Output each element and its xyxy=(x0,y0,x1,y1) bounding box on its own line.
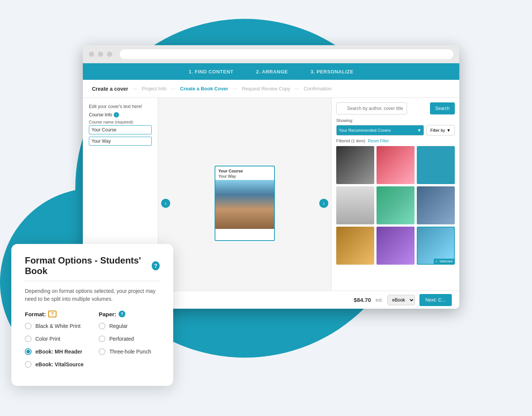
cover-thumb-3[interactable] xyxy=(417,146,455,184)
cover-thumb-2[interactable] xyxy=(377,146,415,184)
paper-option-perforated[interactable]: Perforated xyxy=(99,335,151,342)
breadcrumb-arrow-4: — xyxy=(295,86,299,91)
format-question-icon: ? xyxy=(51,311,53,317)
course-name-label: Course name (required): xyxy=(89,120,152,124)
paper-regular-label: Regular xyxy=(109,323,128,329)
next-button[interactable]: Next: C... xyxy=(419,294,452,306)
paper-threeholepunch-label: Three-hole Punch xyxy=(109,349,151,355)
search-row: 🔍 Search xyxy=(336,102,455,114)
course-info-row: Course Info i xyxy=(89,112,152,117)
browser-dot-green xyxy=(107,52,112,57)
search-wrapper: 🔍 xyxy=(336,102,428,114)
format-dropdown[interactable]: eBook Print xyxy=(387,295,415,305)
cover-thumb-5[interactable] xyxy=(377,186,415,224)
course-subtitle-input[interactable] xyxy=(89,137,152,146)
filter-dropdown-arrow: ▼ xyxy=(447,128,451,133)
browser-dot-red xyxy=(89,52,94,57)
breadcrumb-prefix: Create a cover xyxy=(92,86,128,92)
format-option-bw[interactable]: Black & White Print xyxy=(25,323,84,329)
radio-threeholepunch-outer xyxy=(99,348,105,355)
breadcrumb-bar: Create a cover — Project Info — Create a… xyxy=(83,80,459,98)
format-option-ebook-vs[interactable]: eBook: VitalSource xyxy=(25,361,84,368)
filtered-label: Filtered (1 item) Reset Filter xyxy=(336,139,455,143)
center-panel: ‹ Your Course Your Way › xyxy=(158,98,331,309)
step-nav: 1. FIND CONTENT 2. ARRANGE 3. PERSONALIZ… xyxy=(83,63,459,80)
breadcrumb-arrow-3: — xyxy=(233,86,237,91)
paper-column: Paper: ? Regular Perforated Three-hole P… xyxy=(99,311,151,374)
breadcrumb-confirmation[interactable]: Confirmation xyxy=(304,86,332,91)
format-card-description: Depending on format options selected, yo… xyxy=(25,287,160,303)
est-label: est. xyxy=(375,297,383,303)
breadcrumb-review-copy[interactable]: Request Review Copy xyxy=(242,86,290,91)
step-1[interactable]: 1. FIND CONTENT xyxy=(189,69,233,75)
book-cover-title: Your Course xyxy=(215,166,274,174)
cover-thumb-4[interactable] xyxy=(336,186,374,224)
browser-titlebar xyxy=(83,45,459,63)
format-options-card: Format Options - Students' Book ? Depend… xyxy=(11,244,173,386)
format-icon-box: ? xyxy=(48,311,56,317)
format-section-header: Format: ? xyxy=(25,311,84,317)
radio-regular-outer xyxy=(99,323,105,329)
breadcrumb-arrow-1: — xyxy=(133,86,137,91)
filter-button[interactable]: Filter by ▼ xyxy=(426,125,455,136)
browser-addressbar xyxy=(120,49,453,59)
cover-thumb-8[interactable] xyxy=(377,227,415,265)
format-column: Format: ? Black & White Print Color Prin… xyxy=(25,311,84,374)
cover-thumb-6[interactable] xyxy=(417,186,455,224)
covers-dropdown[interactable]: Your Recommended Covers ▼ xyxy=(336,125,424,136)
covers-dropdown-label: Your Recommended Covers xyxy=(339,128,391,133)
breadcrumb-create-cover[interactable]: Create a Book Cover xyxy=(180,86,228,91)
cover-thumb-7[interactable] xyxy=(336,227,374,265)
radio-ebook-mh-outer xyxy=(25,348,32,355)
filter-row: Your Recommended Covers ▼ Filter by ▼ xyxy=(336,125,455,136)
cover-nav-left[interactable]: ‹ xyxy=(161,199,170,208)
breadcrumb-arrow-2: — xyxy=(171,86,175,91)
format-bw-label: Black & White Print xyxy=(35,323,81,329)
right-panel: 🔍 Search Showing: Your Recommended Cover… xyxy=(331,98,459,309)
breadcrumb-project-info[interactable]: Project Info xyxy=(142,86,167,91)
course-name-input[interactable] xyxy=(89,125,152,134)
format-sections: Format: ? Black & White Print Color Prin… xyxy=(25,311,160,374)
search-button[interactable]: Search xyxy=(430,102,455,114)
format-card-title: Format Options - Students' Book ? xyxy=(25,255,160,276)
showing-label: Showing: xyxy=(336,118,455,123)
format-option-color[interactable]: Color Print xyxy=(25,335,84,342)
paper-perforated-label: Perforated xyxy=(109,336,134,342)
covers-grid: ✓ Selected xyxy=(336,146,455,265)
radio-color-outer xyxy=(25,335,32,342)
covers-dropdown-arrow: ▼ xyxy=(417,128,421,133)
paper-section-header: Paper: ? xyxy=(99,311,151,317)
cover-search-input[interactable] xyxy=(336,102,407,114)
course-info-label: Course Info xyxy=(89,112,112,117)
format-ebook-vs-label: eBook: VitalSource xyxy=(35,361,84,367)
info-icon: i xyxy=(114,112,119,117)
radio-bw-outer xyxy=(25,323,32,329)
book-cover-image xyxy=(215,180,274,229)
browser-dot-yellow xyxy=(98,52,103,57)
step-3[interactable]: 3. PERSONALIZE xyxy=(311,69,354,75)
cover-nav-right[interactable]: › xyxy=(319,199,328,208)
selected-badge: ✓ Selected xyxy=(434,259,454,264)
format-help-icon[interactable]: ? xyxy=(152,261,160,270)
format-card-divider xyxy=(25,281,160,281)
cover-thumb-9[interactable]: ✓ Selected xyxy=(417,227,455,265)
left-panel-title: Edit your cover's text here! xyxy=(89,104,152,109)
format-color-label: Color Print xyxy=(35,336,60,342)
format-ebook-mh-label: eBook: MH Reader xyxy=(35,349,82,355)
format-option-ebook-mh[interactable]: eBook: MH Reader xyxy=(25,348,84,355)
reset-filter-link[interactable]: Reset Filter xyxy=(368,139,389,143)
step-2[interactable]: 2. ARRANGE xyxy=(256,69,288,75)
radio-ebook-vs-outer xyxy=(25,361,32,368)
paper-option-threeholepunch[interactable]: Three-hole Punch xyxy=(99,348,151,355)
price-display: $84.70 xyxy=(354,297,371,303)
radio-ebook-mh-inner xyxy=(26,350,30,354)
cover-people-illustration xyxy=(215,180,274,229)
book-cover-preview: Your Course Your Way xyxy=(215,166,275,241)
cover-thumb-1[interactable] xyxy=(336,146,374,184)
book-cover-subtitle: Your Way xyxy=(215,174,274,180)
radio-perforated-outer xyxy=(99,335,105,342)
paper-help-icon[interactable]: ? xyxy=(119,311,125,317)
paper-option-regular[interactable]: Regular xyxy=(99,323,151,329)
filter-button-label: Filter by xyxy=(430,128,445,133)
